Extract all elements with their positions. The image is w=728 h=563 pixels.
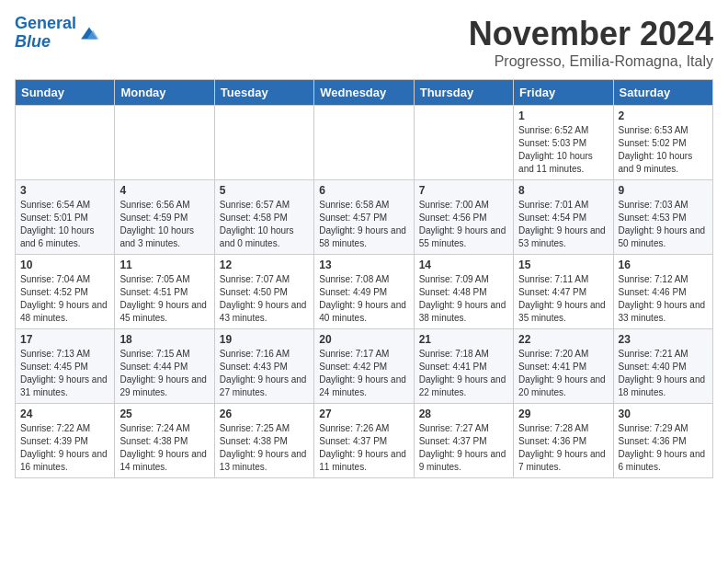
day-info: Sunrise: 6:54 AM Sunset: 5:01 PM Dayligh…: [20, 199, 109, 250]
calendar-cell: 10Sunrise: 7:04 AM Sunset: 4:52 PM Dayli…: [16, 255, 115, 329]
day-number: 23: [619, 333, 708, 346]
day-info: Sunrise: 6:52 AM Sunset: 5:03 PM Dayligh…: [518, 124, 608, 176]
day-number: 11: [119, 259, 209, 271]
day-info: Sunrise: 7:22 AM Sunset: 4:39 PM Dayligh…: [20, 422, 109, 474]
day-number: 16: [619, 259, 708, 271]
calendar-header-row: SundayMondayTuesdayWednesdayThursdayFrid…: [16, 80, 713, 106]
day-info: Sunrise: 7:29 AM Sunset: 4:36 PM Dayligh…: [619, 422, 708, 474]
day-info: Sunrise: 7:07 AM Sunset: 4:50 PM Dayligh…: [220, 273, 309, 325]
calendar-body: 1Sunrise: 6:52 AM Sunset: 5:03 PM Daylig…: [16, 106, 713, 478]
day-info: Sunrise: 6:53 AM Sunset: 5:02 PM Dayligh…: [619, 124, 708, 176]
day-number: 19: [220, 333, 309, 346]
calendar-cell: 12Sunrise: 7:07 AM Sunset: 4:50 PM Dayli…: [214, 255, 313, 329]
calendar-title: November 2024: [469, 15, 713, 53]
logo-icon: [78, 24, 100, 42]
day-number: 28: [419, 408, 508, 420]
day-number: 27: [319, 408, 408, 420]
day-info: Sunrise: 7:04 AM Sunset: 4:52 PM Dayligh…: [20, 273, 109, 325]
header-tuesday: Tuesday: [214, 80, 313, 106]
day-info: Sunrise: 7:20 AM Sunset: 4:41 PM Dayligh…: [518, 348, 608, 399]
day-number: 5: [220, 184, 309, 197]
day-info: Sunrise: 7:27 AM Sunset: 4:37 PM Dayligh…: [419, 422, 508, 474]
calendar-cell: 5Sunrise: 6:57 AM Sunset: 4:58 PM Daylig…: [214, 180, 313, 255]
day-number: 4: [119, 184, 209, 197]
day-info: Sunrise: 7:18 AM Sunset: 4:41 PM Dayligh…: [419, 348, 508, 399]
calendar-subtitle: Progresso, Emilia-Romagna, Italy: [469, 53, 713, 70]
day-number: 24: [20, 408, 109, 420]
day-number: 3: [20, 184, 109, 197]
day-info: Sunrise: 7:11 AM Sunset: 4:47 PM Dayligh…: [518, 273, 608, 325]
calendar-cell: 14Sunrise: 7:09 AM Sunset: 4:48 PM Dayli…: [414, 255, 513, 329]
day-number: 1: [518, 109, 608, 122]
calendar-week-5: 24Sunrise: 7:22 AM Sunset: 4:39 PM Dayli…: [16, 404, 713, 478]
logo-text: GeneralBlue: [15, 15, 76, 52]
day-info: Sunrise: 7:24 AM Sunset: 4:38 PM Dayligh…: [119, 422, 209, 474]
calendar-cell: 11Sunrise: 7:05 AM Sunset: 4:51 PM Dayli…: [115, 255, 214, 329]
calendar-cell: 6Sunrise: 6:58 AM Sunset: 4:57 PM Daylig…: [314, 180, 414, 255]
day-info: Sunrise: 7:00 AM Sunset: 4:56 PM Dayligh…: [419, 199, 508, 250]
header-monday: Monday: [115, 80, 214, 106]
calendar-cell: 28Sunrise: 7:27 AM Sunset: 4:37 PM Dayli…: [414, 404, 513, 478]
calendar-cell: 19Sunrise: 7:16 AM Sunset: 4:43 PM Dayli…: [214, 329, 313, 404]
calendar-cell: 13Sunrise: 7:08 AM Sunset: 4:49 PM Dayli…: [314, 255, 414, 329]
day-number: 6: [319, 184, 408, 197]
day-number: 30: [619, 408, 708, 420]
day-number: 29: [518, 408, 608, 420]
day-number: 13: [319, 259, 408, 271]
calendar-cell: 8Sunrise: 7:01 AM Sunset: 4:54 PM Daylig…: [514, 180, 613, 255]
calendar-cell: [314, 106, 414, 180]
day-number: 21: [419, 333, 508, 346]
day-number: 10: [20, 259, 109, 271]
day-info: Sunrise: 7:12 AM Sunset: 4:46 PM Dayligh…: [619, 273, 708, 325]
calendar-cell: 24Sunrise: 7:22 AM Sunset: 4:39 PM Dayli…: [16, 404, 115, 478]
header-saturday: Saturday: [613, 80, 712, 106]
day-number: 2: [619, 109, 708, 122]
day-number: 7: [419, 184, 508, 197]
day-info: Sunrise: 7:16 AM Sunset: 4:43 PM Dayligh…: [220, 348, 309, 399]
day-number: 17: [20, 333, 109, 346]
calendar-cell: 1Sunrise: 6:52 AM Sunset: 5:03 PM Daylig…: [514, 106, 613, 180]
day-info: Sunrise: 6:57 AM Sunset: 4:58 PM Dayligh…: [220, 199, 309, 250]
calendar-cell: 17Sunrise: 7:13 AM Sunset: 4:45 PM Dayli…: [16, 329, 115, 404]
header-friday: Friday: [514, 80, 613, 106]
calendar-week-3: 10Sunrise: 7:04 AM Sunset: 4:52 PM Dayli…: [16, 255, 713, 329]
day-number: 22: [518, 333, 608, 346]
calendar-week-1: 1Sunrise: 6:52 AM Sunset: 5:03 PM Daylig…: [16, 106, 713, 180]
day-info: Sunrise: 7:25 AM Sunset: 4:38 PM Dayligh…: [220, 422, 309, 474]
day-info: Sunrise: 6:58 AM Sunset: 4:57 PM Dayligh…: [319, 199, 408, 250]
calendar-cell: 2Sunrise: 6:53 AM Sunset: 5:02 PM Daylig…: [613, 106, 712, 180]
calendar-cell: [214, 106, 313, 180]
calendar-cell: 26Sunrise: 7:25 AM Sunset: 4:38 PM Dayli…: [214, 404, 313, 478]
calendar-cell: 16Sunrise: 7:12 AM Sunset: 4:46 PM Dayli…: [613, 255, 712, 329]
calendar-cell: 25Sunrise: 7:24 AM Sunset: 4:38 PM Dayli…: [115, 404, 214, 478]
day-info: Sunrise: 7:21 AM Sunset: 4:40 PM Dayligh…: [619, 348, 708, 399]
header-sunday: Sunday: [16, 80, 115, 106]
calendar-cell: 27Sunrise: 7:26 AM Sunset: 4:37 PM Dayli…: [314, 404, 414, 478]
calendar-cell: 15Sunrise: 7:11 AM Sunset: 4:47 PM Dayli…: [514, 255, 613, 329]
calendar-cell: 21Sunrise: 7:18 AM Sunset: 4:41 PM Dayli…: [414, 329, 513, 404]
calendar-cell: 20Sunrise: 7:17 AM Sunset: 4:42 PM Dayli…: [314, 329, 414, 404]
day-number: 12: [220, 259, 309, 271]
day-info: Sunrise: 7:09 AM Sunset: 4:48 PM Dayligh…: [419, 273, 508, 325]
header-wednesday: Wednesday: [314, 80, 414, 106]
page-header: GeneralBlue November 2024 Progresso, Emi…: [15, 15, 713, 72]
day-number: 25: [119, 408, 209, 420]
calendar-cell: 23Sunrise: 7:21 AM Sunset: 4:40 PM Dayli…: [613, 329, 712, 404]
calendar-cell: [115, 106, 214, 180]
day-info: Sunrise: 7:17 AM Sunset: 4:42 PM Dayligh…: [319, 348, 408, 399]
day-info: Sunrise: 7:08 AM Sunset: 4:49 PM Dayligh…: [319, 273, 408, 325]
day-info: Sunrise: 7:28 AM Sunset: 4:36 PM Dayligh…: [518, 422, 608, 474]
calendar-cell: 4Sunrise: 6:56 AM Sunset: 4:59 PM Daylig…: [115, 180, 214, 255]
day-number: 8: [518, 184, 608, 197]
day-info: Sunrise: 6:56 AM Sunset: 4:59 PM Dayligh…: [119, 199, 209, 250]
day-info: Sunrise: 7:03 AM Sunset: 4:53 PM Dayligh…: [619, 199, 708, 250]
day-info: Sunrise: 7:01 AM Sunset: 4:54 PM Dayligh…: [518, 199, 608, 250]
calendar-cell: 7Sunrise: 7:00 AM Sunset: 4:56 PM Daylig…: [414, 180, 513, 255]
day-number: 20: [319, 333, 408, 346]
calendar-cell: 30Sunrise: 7:29 AM Sunset: 4:36 PM Dayli…: [613, 404, 712, 478]
day-number: 26: [220, 408, 309, 420]
calendar-cell: 22Sunrise: 7:20 AM Sunset: 4:41 PM Dayli…: [514, 329, 613, 404]
day-info: Sunrise: 7:13 AM Sunset: 4:45 PM Dayligh…: [20, 348, 109, 399]
calendar-cell: [16, 106, 115, 180]
calendar-week-2: 3Sunrise: 6:54 AM Sunset: 5:01 PM Daylig…: [16, 180, 713, 255]
